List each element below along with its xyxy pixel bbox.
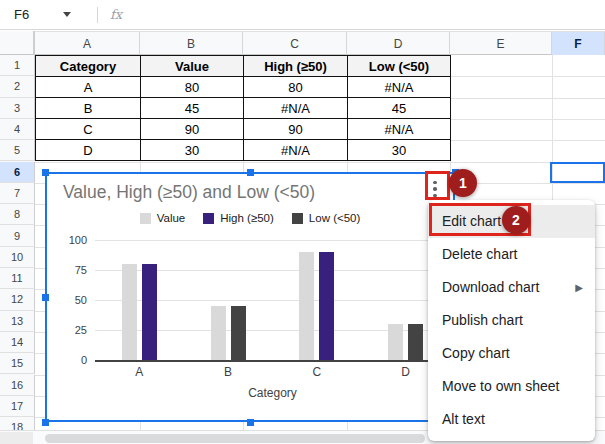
chart-legend: ValueHigh (≥50)Low (<50) [47, 212, 453, 224]
table-cell[interactable]: #N/A [348, 119, 451, 140]
chart[interactable]: Value, High (≥50) and Low (<50) ValueHig… [45, 172, 455, 422]
annotation-badge-1: 1 [449, 169, 477, 197]
table-header-cell[interactable]: Category [36, 56, 141, 77]
column-header-f[interactable]: F [552, 32, 605, 55]
column-header-b[interactable]: B [140, 32, 243, 55]
table-cell[interactable]: 90 [244, 119, 348, 140]
row-header-13[interactable]: 13 [0, 311, 35, 332]
y-axis-tick-label: 100 [47, 234, 87, 246]
table-cell[interactable]: 30 [141, 140, 244, 161]
table-row: C9090#N/A [36, 119, 451, 140]
legend-label: Low (<50) [309, 212, 360, 224]
selection-handle[interactable] [42, 419, 49, 426]
row-header-11[interactable]: 11 [0, 268, 35, 289]
column-header-c[interactable]: C [243, 32, 347, 55]
legend-swatch [203, 213, 214, 224]
selected-cell-f6[interactable] [550, 162, 605, 183]
row-header-8[interactable]: 8 [0, 204, 35, 225]
table-cell[interactable]: 45 [141, 98, 244, 119]
legend-item-high-50-: High (≥50) [203, 212, 274, 224]
table-row: B45#N/A45 [36, 98, 451, 119]
table-cell[interactable]: A [36, 77, 141, 98]
table-cell[interactable]: 30 [348, 140, 451, 161]
x-axis-tick-label: A [95, 365, 184, 379]
bar-value-c[interactable] [299, 252, 314, 360]
bar-value-a[interactable] [122, 264, 137, 360]
row-header-10[interactable]: 10 [0, 247, 35, 268]
row-headers: 123456789101112131415161718 [0, 55, 35, 430]
data-table[interactable]: CategoryValueHigh (≥50)Low (<50)A8080#N/… [35, 55, 451, 161]
table-cell[interactable]: 90 [141, 119, 244, 140]
x-axis-tick-label: C [273, 365, 362, 379]
menu-item-alt-text[interactable]: Alt text [428, 403, 595, 436]
row-header-4[interactable]: 4 [0, 119, 35, 140]
chart-context-menu: Edit chartDelete chartDownload chart▶Pub… [428, 200, 595, 441]
legend-label: High (≥50) [220, 212, 274, 224]
row-header-9[interactable]: 9 [0, 225, 35, 246]
table-header-cell[interactable]: Value [141, 56, 244, 77]
bar-value-b[interactable] [211, 306, 226, 360]
table-cell[interactable]: #N/A [348, 77, 451, 98]
legend-label: Value [157, 212, 186, 224]
table-row: D30#N/A30 [36, 140, 451, 161]
column-header-e[interactable]: E [450, 32, 552, 55]
bar-low-50--d[interactable] [408, 324, 423, 360]
table-cell[interactable]: B [36, 98, 141, 119]
legend-swatch [140, 213, 151, 224]
row-header-16[interactable]: 16 [0, 375, 35, 396]
row-header-3[interactable]: 3 [0, 98, 35, 119]
column-header-a[interactable]: A [35, 32, 140, 55]
column-header-d[interactable]: D [347, 32, 450, 55]
menu-item-publish-chart[interactable]: Publish chart [428, 304, 595, 337]
menu-item-delete-chart[interactable]: Delete chart [428, 238, 595, 271]
row-header-6[interactable]: 6 [0, 162, 35, 183]
table-cell[interactable]: C [36, 119, 141, 140]
row-header-1[interactable]: 1 [0, 55, 35, 76]
y-axis-tick-label: 75 [47, 264, 87, 276]
y-axis-tick-label: 0 [47, 354, 87, 366]
row-header-17[interactable]: 17 [0, 396, 35, 417]
scrollbar-thumb[interactable] [45, 434, 425, 443]
gridline [35, 162, 605, 163]
menu-item-download-chart[interactable]: Download chart▶ [428, 271, 595, 304]
bar-group-b [184, 240, 273, 360]
bar-group-c [273, 240, 362, 360]
chart-gridline [95, 360, 450, 362]
select-all-corner[interactable] [0, 31, 35, 55]
selection-handle[interactable] [247, 419, 254, 426]
selection-handle[interactable] [42, 294, 49, 301]
selection-handle[interactable] [42, 169, 49, 176]
bar-value-d[interactable] [388, 324, 403, 360]
table-cell[interactable]: 45 [348, 98, 451, 119]
table-cell[interactable]: 80 [141, 77, 244, 98]
bar-low-50--b[interactable] [231, 306, 246, 360]
submenu-arrow-icon: ▶ [575, 271, 583, 304]
row-header-2[interactable]: 2 [0, 76, 35, 97]
table-cell[interactable]: #N/A [244, 98, 348, 119]
bar-high-50--a[interactable] [142, 264, 157, 360]
table-cell[interactable]: #N/A [244, 140, 348, 161]
selection-handle[interactable] [247, 169, 254, 176]
menu-item-copy-chart[interactable]: Copy chart [428, 337, 595, 370]
bar-high-50--c[interactable] [319, 252, 334, 360]
table-header-cell[interactable]: Low (<50) [348, 56, 451, 77]
table-cell[interactable]: D [36, 140, 141, 161]
row-header-12[interactable]: 12 [0, 289, 35, 310]
row-header-18[interactable]: 18 [0, 417, 35, 430]
chart-x-axis-title: Category [95, 386, 450, 400]
annotation-badge-2: 2 [502, 206, 530, 234]
legend-item-value: Value [140, 212, 186, 224]
legend-item-low-50-: Low (<50) [292, 212, 360, 224]
chart-title: Value, High (≥50) and Low (<50) [63, 182, 315, 203]
row-header-7[interactable]: 7 [0, 183, 35, 204]
bar-group-a [95, 240, 184, 360]
table-row: A8080#N/A [36, 77, 451, 98]
menu-item-move-to-own-sheet[interactable]: Move to own sheet [428, 370, 595, 403]
table-cell[interactable]: 80 [244, 77, 348, 98]
table-header-cell[interactable]: High (≥50) [244, 56, 348, 77]
row-header-14[interactable]: 14 [0, 332, 35, 353]
row-header-5[interactable]: 5 [0, 140, 35, 161]
row-header-15[interactable]: 15 [0, 353, 35, 374]
annotation-rect-options-button [425, 171, 450, 200]
scrollbar-left-tab [0, 432, 33, 444]
